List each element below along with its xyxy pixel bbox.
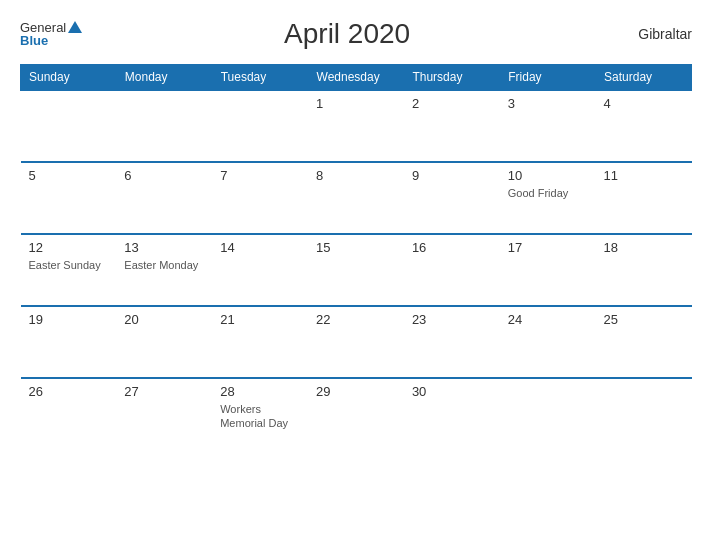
- day-number: 28: [220, 384, 300, 399]
- calendar-table: Sunday Monday Tuesday Wednesday Thursday…: [20, 64, 692, 450]
- table-row: 16: [404, 234, 500, 306]
- day-number: 24: [508, 312, 588, 327]
- header: General Blue April 2020 Gibraltar: [20, 18, 692, 50]
- calendar-week-row: 5678910Good Friday11: [21, 162, 692, 234]
- day-event: Easter Monday: [124, 258, 204, 272]
- calendar-week-row: 19202122232425: [21, 306, 692, 378]
- table-row: 2: [404, 90, 500, 162]
- logo-blue-text: Blue: [20, 34, 48, 47]
- table-row: 24: [500, 306, 596, 378]
- table-row: 11: [596, 162, 692, 234]
- day-event: Workers Memorial Day: [220, 402, 300, 431]
- day-number: 16: [412, 240, 492, 255]
- day-number: 14: [220, 240, 300, 255]
- day-number: 19: [29, 312, 109, 327]
- table-row: 1: [308, 90, 404, 162]
- col-saturday: Saturday: [596, 65, 692, 91]
- col-sunday: Sunday: [21, 65, 117, 91]
- table-row: 20: [116, 306, 212, 378]
- calendar-header-row: Sunday Monday Tuesday Wednesday Thursday…: [21, 65, 692, 91]
- day-number: 8: [316, 168, 396, 183]
- logo: General Blue: [20, 21, 82, 47]
- day-number: 3: [508, 96, 588, 111]
- day-number: 15: [316, 240, 396, 255]
- day-number: 29: [316, 384, 396, 399]
- table-row: 10Good Friday: [500, 162, 596, 234]
- table-row: 4: [596, 90, 692, 162]
- day-event: Easter Sunday: [29, 258, 109, 272]
- day-number: 1: [316, 96, 396, 111]
- table-row: 8: [308, 162, 404, 234]
- country-label: Gibraltar: [612, 26, 692, 42]
- col-tuesday: Tuesday: [212, 65, 308, 91]
- day-number: 10: [508, 168, 588, 183]
- day-number: 22: [316, 312, 396, 327]
- day-number: 12: [29, 240, 109, 255]
- table-row: 14: [212, 234, 308, 306]
- table-row: [596, 378, 692, 450]
- table-row: [500, 378, 596, 450]
- logo-triangle-icon: [68, 21, 82, 33]
- table-row: 23: [404, 306, 500, 378]
- day-number: 6: [124, 168, 204, 183]
- table-row: 28Workers Memorial Day: [212, 378, 308, 450]
- table-row: 6: [116, 162, 212, 234]
- col-monday: Monday: [116, 65, 212, 91]
- table-row: 15: [308, 234, 404, 306]
- page: General Blue April 2020 Gibraltar Sunday…: [0, 0, 712, 550]
- day-number: 13: [124, 240, 204, 255]
- table-row: 27: [116, 378, 212, 450]
- day-number: 4: [604, 96, 684, 111]
- day-event: Good Friday: [508, 186, 588, 200]
- day-number: 30: [412, 384, 492, 399]
- calendar-week-row: 12Easter Sunday13Easter Monday1415161718: [21, 234, 692, 306]
- table-row: 5: [21, 162, 117, 234]
- table-row: 30: [404, 378, 500, 450]
- table-row: [116, 90, 212, 162]
- col-friday: Friday: [500, 65, 596, 91]
- calendar-week-row: 1234: [21, 90, 692, 162]
- table-row: [21, 90, 117, 162]
- col-wednesday: Wednesday: [308, 65, 404, 91]
- day-number: 11: [604, 168, 684, 183]
- col-thursday: Thursday: [404, 65, 500, 91]
- table-row: 21: [212, 306, 308, 378]
- table-row: 7: [212, 162, 308, 234]
- table-row: 25: [596, 306, 692, 378]
- table-row: 18: [596, 234, 692, 306]
- table-row: 12Easter Sunday: [21, 234, 117, 306]
- table-row: 13Easter Monday: [116, 234, 212, 306]
- table-row: 9: [404, 162, 500, 234]
- day-number: 23: [412, 312, 492, 327]
- table-row: 19: [21, 306, 117, 378]
- day-number: 26: [29, 384, 109, 399]
- table-row: 22: [308, 306, 404, 378]
- day-number: 20: [124, 312, 204, 327]
- table-row: 3: [500, 90, 596, 162]
- day-number: 27: [124, 384, 204, 399]
- table-row: 17: [500, 234, 596, 306]
- day-number: 25: [604, 312, 684, 327]
- table-row: [212, 90, 308, 162]
- day-number: 17: [508, 240, 588, 255]
- calendar-week-row: 262728Workers Memorial Day2930: [21, 378, 692, 450]
- day-number: 21: [220, 312, 300, 327]
- day-number: 2: [412, 96, 492, 111]
- day-number: 5: [29, 168, 109, 183]
- day-number: 7: [220, 168, 300, 183]
- table-row: 26: [21, 378, 117, 450]
- table-row: 29: [308, 378, 404, 450]
- day-number: 9: [412, 168, 492, 183]
- calendar-title: April 2020: [82, 18, 612, 50]
- day-number: 18: [604, 240, 684, 255]
